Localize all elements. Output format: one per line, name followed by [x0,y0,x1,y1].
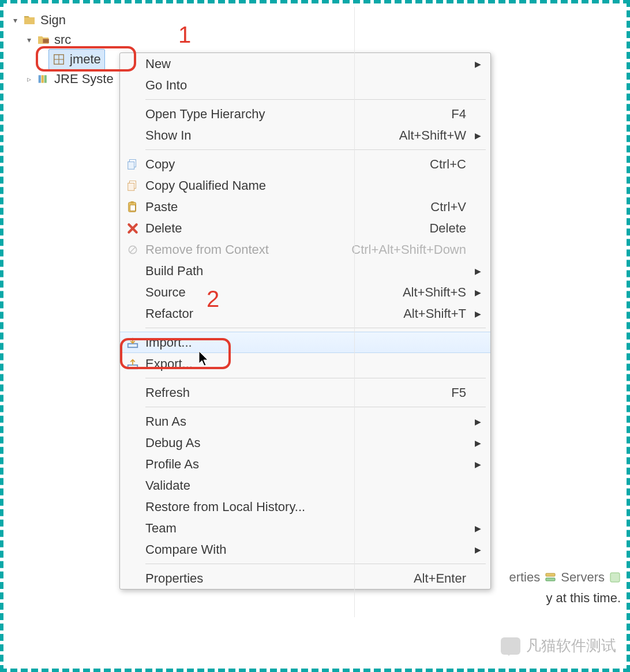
copy-qualified-icon [120,179,145,192]
library-icon [36,72,51,87]
watermark-text: 凡猫软件测试 [526,636,616,656]
svg-rect-8 [42,75,44,82]
svg-rect-20 [128,365,138,368]
menu-separator [145,564,486,564]
tree-node-label: JRE Syste [54,69,114,89]
menu-item-refactor[interactable]: Refactor Alt+Shift+T ▶ [120,303,490,324]
menu-item-import[interactable]: Import... [120,332,490,353]
menu-item-remove-from-context: Remove from Context Ctrl+Alt+Shift+Down [120,239,490,260]
menu-item-restore-local-history[interactable]: Restore from Local History... [120,496,490,517]
project-folder-icon [22,13,37,28]
menu-item-go-into[interactable]: Go Into [120,74,490,96]
wechat-icon [501,637,520,655]
expand-toggle-icon[interactable]: ▾ [9,10,21,30]
submenu-arrow-icon: ▶ [471,266,481,276]
menu-item-properties[interactable]: Properties Alt+Enter [120,568,490,589]
svg-rect-16 [130,205,135,211]
menu-item-debug-as[interactable]: Debug As ▶ [120,432,490,453]
menu-item-open-type-hierarchy[interactable]: Open Type Hierarchy F4 [120,103,490,125]
shortcut-label: Ctrl+V [430,200,466,215]
submenu-arrow-icon: ▶ [471,545,481,554]
svg-rect-13 [128,183,134,190]
svg-rect-15 [130,201,134,203]
import-icon [120,336,145,349]
menu-item-export[interactable]: Export... [120,353,490,374]
menu-separator [145,407,486,407]
tree-node-label: jmete [70,50,101,69]
svg-rect-21 [546,573,555,576]
tree-node-label: Sign [40,10,66,30]
menu-separator [145,149,486,150]
menu-item-run-as[interactable]: Run As ▶ [120,411,490,432]
paste-icon [120,201,145,213]
expand-toggle-icon[interactable]: ▾ [23,30,35,50]
submenu-arrow-icon: ▶ [471,438,481,448]
menu-separator [145,328,486,328]
menu-item-validate[interactable]: Validate [120,475,490,496]
pane-divider[interactable] [354,7,355,617]
menu-item-refresh[interactable]: Refresh F5 [120,382,490,403]
submenu-arrow-icon: ▶ [471,524,481,533]
shortcut-label: F5 [451,385,466,400]
submenu-arrow-icon: ▶ [471,309,481,318]
menu-item-build-path[interactable]: Build Path ▶ [120,260,490,281]
menu-item-compare-with[interactable]: Compare With ▶ [120,539,490,560]
svg-rect-23 [610,573,620,582]
menu-separator [145,99,486,100]
menu-item-paste[interactable]: Paste Ctrl+V [120,196,490,217]
menu-item-profile-as[interactable]: Profile As ▶ [120,453,490,475]
tab-servers[interactable]: Servers [561,570,605,585]
package-icon [51,52,66,67]
workspace: ▾ Sign ▾ src jmete ▹ [3,3,627,669]
shortcut-label: Alt+Shift+T [403,306,466,321]
source-folder-icon [36,32,51,47]
expand-toggle-icon[interactable]: ▹ [23,69,35,89]
shortcut-label: Alt+Shift+W [399,128,466,143]
menu-item-team[interactable]: Team ▶ [120,517,490,539]
menu-item-new[interactable]: New ▶ [120,53,490,74]
context-menu[interactable]: New ▶ Go Into Open Type Hierarchy F4 Sho… [119,52,491,590]
watermark: 凡猫软件测试 [501,636,616,656]
svg-rect-9 [44,75,47,82]
tab-extra-icon [609,572,621,583]
copy-icon [120,158,145,171]
submenu-arrow-icon: ▶ [471,131,481,140]
export-icon [120,358,145,370]
shortcut-label: Delete [429,221,466,236]
shortcut-label: Ctrl+Alt+Shift+Down [351,242,466,257]
svg-rect-11 [128,162,134,169]
submenu-arrow-icon: ▶ [471,460,481,469]
tree-node-label: src [54,30,71,50]
remove-context-icon [120,244,145,256]
svg-rect-7 [39,75,41,82]
svg-line-18 [130,247,136,253]
svg-rect-19 [128,343,138,347]
shortcut-label: Alt+Enter [414,571,466,586]
menu-item-copy[interactable]: Copy Ctrl+C [120,153,490,175]
servers-icon [545,572,556,583]
tree-node-src[interactable]: ▾ src [9,30,332,50]
menu-separator [145,378,486,378]
tab-properties-partial[interactable]: erties [509,570,540,585]
shortcut-label: Alt+Shift+S [403,285,466,300]
tree-node-project[interactable]: ▾ Sign [9,10,332,30]
submenu-arrow-icon: ▶ [471,417,481,426]
delete-icon [120,223,145,234]
status-text-partial: y at this time. [546,591,621,606]
menu-item-delete[interactable]: Delete Delete [120,217,490,239]
submenu-arrow-icon: ▶ [471,59,481,69]
shortcut-label: Ctrl+C [430,157,466,172]
svg-rect-22 [546,578,555,581]
bottom-tabs-partial[interactable]: erties Servers [509,570,621,585]
menu-item-copy-qualified-name[interactable]: Copy Qualified Name [120,175,490,196]
shortcut-label: F4 [451,107,466,122]
menu-item-show-in[interactable]: Show In Alt+Shift+W ▶ [120,125,490,146]
submenu-arrow-icon: ▶ [471,288,481,297]
menu-item-source[interactable]: Source Alt+Shift+S ▶ [120,281,490,303]
